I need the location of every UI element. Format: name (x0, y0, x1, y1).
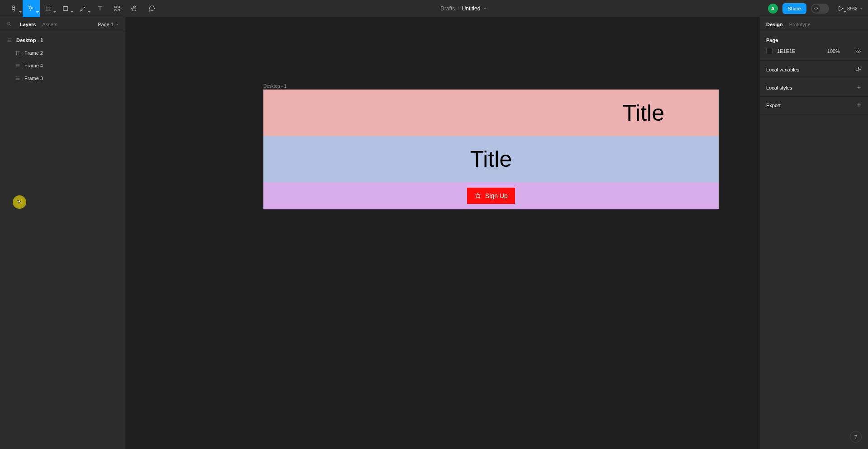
help-button[interactable]: ? (850, 431, 862, 443)
tab-layers[interactable]: Layers (20, 22, 36, 27)
cursor-highlight (13, 195, 26, 209)
toolbar-left-group (5, 0, 160, 17)
autolayout-icon (14, 76, 21, 81)
layers-tree: Desktop - 1 Frame 2 Frame 4 Frame 3 (0, 32, 125, 86)
page-section: Page 1E1E1E 100% (760, 32, 868, 61)
canvas[interactable]: Desktop - 1 Title Title Sign Up (126, 17, 759, 449)
avatar[interactable]: A (768, 4, 778, 14)
svg-rect-0 (63, 6, 67, 10)
svg-rect-1 (115, 6, 116, 7)
svg-point-6 (858, 50, 859, 52)
frame-icon (14, 50, 21, 56)
signup-button[interactable]: Sign Up (467, 188, 515, 204)
svg-point-8 (858, 68, 859, 69)
layer-row[interactable]: Frame 2 (0, 47, 125, 59)
layer-row[interactable]: Frame 4 (0, 59, 125, 72)
dev-mode-knob (812, 5, 820, 13)
tab-prototype[interactable]: Prototype (789, 22, 811, 27)
path-separator: / (458, 5, 459, 12)
dev-mode-toggle[interactable] (811, 4, 829, 14)
chevron-down-icon (71, 11, 73, 13)
chevron-down-icon (844, 11, 846, 13)
chevron-down-icon (53, 11, 56, 13)
toolbar-right-group: A Share 89% (768, 0, 863, 17)
local-variables-label: Local variables (766, 67, 799, 72)
shape-tool-button[interactable] (57, 0, 74, 17)
chevron-down-icon (483, 6, 487, 11)
title-text-2: Title (470, 146, 512, 172)
sliders-icon[interactable] (855, 66, 862, 73)
chevron-down-icon (36, 11, 39, 13)
layer-label: Frame 2 (24, 50, 43, 56)
file-name[interactable]: Untitled (462, 5, 481, 12)
file-location[interactable]: Drafts / Untitled (440, 5, 487, 12)
color-hex-value[interactable]: 1E1E1E (777, 48, 795, 54)
svg-point-9 (859, 69, 860, 70)
pen-tool-button[interactable] (74, 0, 91, 17)
chevron-down-icon (88, 11, 91, 13)
eye-icon (855, 47, 862, 54)
page-selector-label: Page 1 (98, 22, 114, 27)
frame-band-3[interactable]: Sign Up (263, 182, 719, 209)
canvas-frame-label[interactable]: Desktop - 1 (263, 84, 286, 89)
frame-tool-button[interactable] (40, 0, 57, 17)
zoom-control[interactable]: 89% (847, 6, 863, 11)
right-panel-tabs: Design Prototype (760, 17, 868, 32)
chevron-down-icon (115, 23, 119, 26)
layer-label: Frame 3 (24, 76, 43, 81)
star-icon (474, 192, 482, 199)
export-label: Export (766, 103, 781, 108)
tab-assets[interactable]: Assets (42, 22, 57, 27)
move-tool-button[interactable] (23, 0, 40, 17)
frame-band-1[interactable]: Title (263, 90, 719, 136)
local-variables-section[interactable]: Local variables (760, 61, 868, 79)
frame-band-2[interactable]: Title (263, 136, 719, 182)
present-button[interactable] (835, 0, 847, 17)
svg-point-7 (856, 70, 857, 71)
search-icon[interactable] (6, 21, 12, 28)
svg-rect-2 (118, 6, 119, 7)
svg-point-5 (7, 22, 10, 25)
layer-label: Desktop - 1 (16, 38, 43, 43)
hand-tool-button[interactable] (126, 0, 143, 17)
signup-label: Sign Up (485, 192, 508, 199)
local-styles-label: Local styles (766, 85, 792, 90)
figma-menu-button[interactable] (5, 0, 23, 17)
text-tool-button[interactable] (91, 0, 109, 17)
autolayout-icon (14, 63, 21, 68)
page-section-title: Page (766, 38, 862, 43)
local-styles-section[interactable]: Local styles (760, 79, 868, 97)
svg-rect-3 (115, 9, 116, 11)
top-toolbar: Drafts / Untitled A Share 89% (0, 0, 868, 17)
color-swatch[interactable] (766, 48, 773, 54)
chevron-down-icon (859, 7, 863, 10)
code-icon (814, 6, 818, 11)
main-area: Layers Assets Page 1 Desktop - 1 Frame 2… (0, 17, 868, 449)
layer-row[interactable]: Frame 3 (0, 72, 125, 85)
comment-tool-button[interactable] (143, 0, 160, 17)
share-button[interactable]: Share (782, 3, 806, 14)
drafts-label: Drafts (440, 5, 455, 12)
layer-row-root[interactable]: Desktop - 1 (0, 34, 125, 47)
plus-icon[interactable] (856, 102, 862, 109)
visibility-toggle[interactable] (855, 47, 862, 55)
page-selector[interactable]: Page 1 (98, 22, 119, 27)
left-panel: Layers Assets Page 1 Desktop - 1 Frame 2… (0, 17, 126, 449)
autolayout-icon (6, 38, 13, 43)
svg-rect-4 (118, 9, 119, 11)
color-opacity-value[interactable]: 100% (827, 48, 840, 54)
cursor-icon (17, 199, 22, 205)
left-panel-tabs: Layers Assets Page 1 (0, 17, 125, 32)
layer-label: Frame 4 (24, 63, 43, 68)
zoom-value: 89% (847, 6, 857, 11)
right-panel: Design Prototype Page 1E1E1E 100% Local … (759, 17, 868, 449)
plus-icon[interactable] (856, 85, 862, 91)
title-text-1: Title (622, 100, 664, 126)
chevron-down-icon (19, 11, 22, 13)
tab-design[interactable]: Design (766, 22, 783, 27)
canvas-frame-desktop-1[interactable]: Title Title Sign Up (263, 90, 719, 209)
resources-button[interactable] (109, 0, 126, 17)
page-background-row[interactable]: 1E1E1E 100% (766, 47, 862, 55)
export-section[interactable]: Export (760, 97, 868, 114)
